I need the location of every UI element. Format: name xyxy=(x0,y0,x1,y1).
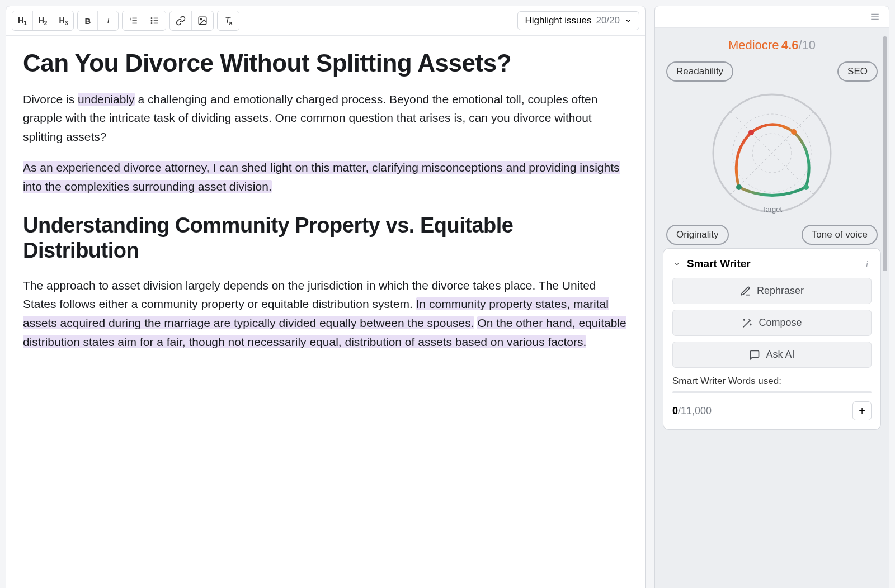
side-body: Mediocre 4.6/10 Readability SEO Original… xyxy=(655,28,889,588)
svg-point-7 xyxy=(152,20,153,21)
score-max: /10 xyxy=(798,38,816,52)
score-label: Mediocre xyxy=(728,38,779,52)
heading-group: H1 H2 H3 xyxy=(12,11,74,31)
svg-point-22 xyxy=(736,184,742,190)
clear-format-icon xyxy=(223,16,233,26)
svg-point-10 xyxy=(201,18,202,20)
list-group xyxy=(122,11,166,31)
format-group: B I xyxy=(77,11,119,31)
highlight-count: 20/20 xyxy=(596,15,620,26)
rephraser-button[interactable]: Rephraser xyxy=(672,278,872,304)
side-header xyxy=(655,6,889,28)
image-icon xyxy=(197,16,208,26)
image-button[interactable] xyxy=(192,11,213,30)
link-button[interactable] xyxy=(170,11,192,30)
svg-point-19 xyxy=(748,130,754,135)
add-words-button[interactable]: + xyxy=(852,401,872,420)
score-display: Mediocre 4.6/10 xyxy=(663,38,881,53)
side-panel: Mediocre 4.6/10 Readability SEO Original… xyxy=(654,6,889,588)
usage-label: Smart Writer Words used: xyxy=(672,376,872,387)
compose-button[interactable]: Compose xyxy=(672,310,872,336)
h3-button[interactable]: H3 xyxy=(53,11,73,30)
svg-point-20 xyxy=(791,129,797,135)
unordered-list-button[interactable] xyxy=(144,11,166,30)
score-value: 4.6 xyxy=(781,38,799,52)
unordered-list-icon xyxy=(150,16,160,26)
chat-icon xyxy=(749,349,760,361)
info-icon[interactable]: i xyxy=(863,259,872,268)
svg-point-21 xyxy=(803,184,809,190)
readability-pill[interactable]: Readability xyxy=(666,61,733,82)
insert-group xyxy=(169,11,214,31)
bold-button[interactable]: B xyxy=(78,11,98,30)
h1-button[interactable]: H1 xyxy=(12,11,33,30)
seo-pill[interactable]: SEO xyxy=(837,61,878,82)
highlight-label: Highlight issues xyxy=(525,15,591,26)
clear-format-button[interactable] xyxy=(218,11,239,30)
ordered-list-icon xyxy=(128,16,138,26)
svg-point-6 xyxy=(152,18,153,19)
tone-pill[interactable]: Tone of voice xyxy=(802,225,878,245)
smart-writer-card: Smart Writer i Rephraser Compose Ask AI … xyxy=(663,248,881,430)
document-title: Can You Divorce Without Splitting Assets… xyxy=(23,49,628,78)
originality-pill[interactable]: Originality xyxy=(666,225,729,245)
radar-chart-svg xyxy=(705,86,839,220)
issue-highlight[interactable]: As an experienced divorce attorney, I ca… xyxy=(23,161,620,193)
paragraph: The approach to asset division largely d… xyxy=(23,276,628,351)
ask-ai-button[interactable]: Ask AI xyxy=(672,342,872,368)
menu-icon[interactable] xyxy=(869,12,881,22)
link-icon xyxy=(176,16,186,26)
smart-writer-header[interactable]: Smart Writer i xyxy=(672,258,872,270)
wand-icon xyxy=(742,317,753,329)
usage-row: 0/11,000 + xyxy=(672,401,872,420)
editor-toolbar: H1 H2 H3 B I xyxy=(6,6,645,36)
radar-chart: Readability SEO Originality Tone of voic… xyxy=(663,58,881,248)
editor-content[interactable]: Can You Divorce Without Splitting Assets… xyxy=(6,36,645,588)
paragraph: Divorce is undeniably a challenging and … xyxy=(23,90,628,146)
edit-icon xyxy=(740,286,751,297)
issue-highlight[interactable]: undeniably xyxy=(78,93,135,106)
chevron-down-icon xyxy=(624,17,632,25)
ordered-list-button[interactable] xyxy=(123,11,144,30)
svg-point-8 xyxy=(152,23,153,24)
usage-bar xyxy=(672,391,872,393)
scrollbar[interactable] xyxy=(883,36,887,271)
chevron-down-icon xyxy=(672,259,681,268)
highlight-issues-dropdown[interactable]: Highlight issues 20/20 xyxy=(517,11,639,30)
target-label: Target xyxy=(762,205,782,214)
h2-button[interactable]: H2 xyxy=(33,11,54,30)
heading-2: Understanding Community Property vs. Equ… xyxy=(23,213,628,264)
usage-count: 0/11,000 xyxy=(672,405,712,417)
editor-panel: H1 H2 H3 B I xyxy=(6,6,646,588)
smart-writer-title: Smart Writer xyxy=(687,258,857,270)
paragraph: As an experienced divorce attorney, I ca… xyxy=(23,158,628,196)
italic-button[interactable]: I xyxy=(98,11,118,30)
clear-group xyxy=(217,11,239,31)
